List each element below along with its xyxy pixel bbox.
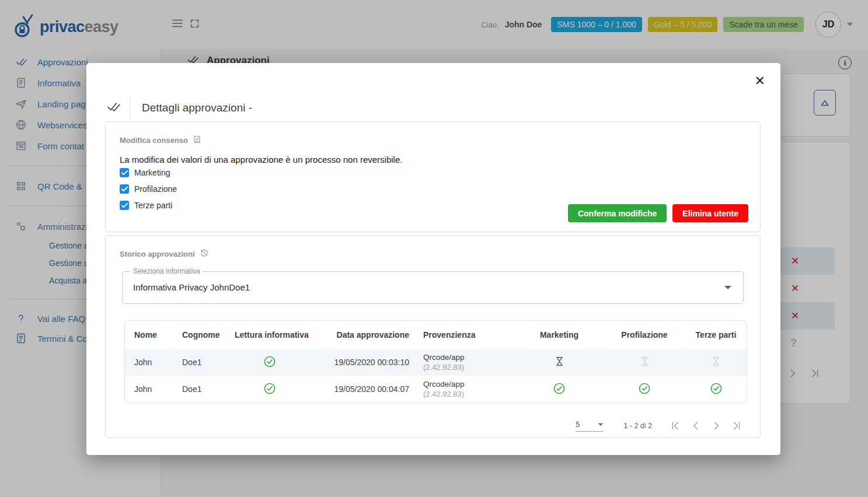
irreversible-warning: La modifica dei valori di una approvazio… xyxy=(120,155,746,164)
chevron-down-icon xyxy=(724,286,731,289)
col-data: Data approvazione xyxy=(311,330,414,340)
delete-user-button[interactable]: Elimina utente xyxy=(672,204,748,222)
section-heading: Storico approvazioni xyxy=(120,250,195,258)
col-profilazione: Profilazione xyxy=(604,330,685,340)
col-cognome: Cognome xyxy=(182,330,229,340)
cell-cognome: Doe1 xyxy=(182,358,229,367)
hourglass-pending-icon xyxy=(515,356,604,368)
col-lettura: Lettura informativa xyxy=(229,330,311,340)
check-circle-icon xyxy=(229,383,311,396)
next-page-icon[interactable] xyxy=(710,420,722,432)
header-divider xyxy=(130,96,130,120)
check-circle-icon xyxy=(685,383,747,396)
checkbox-label: Marketing xyxy=(134,168,170,177)
modal-header: Dettagli approvazioni - xyxy=(106,96,252,120)
approval-details-modal: ✕ Dettagli approvazioni - Modifica conse… xyxy=(86,63,780,455)
col-nome: Nome xyxy=(125,330,182,340)
previous-page-icon[interactable] xyxy=(690,420,702,432)
consent-edit-card: Modifica consenso La modifica dei valori… xyxy=(105,121,761,232)
cell-provenienza: Qrcode/app xyxy=(423,353,465,362)
select-value: Informativa Privacy JohnDoe1 xyxy=(133,272,250,303)
checked-checkbox-icon[interactable] xyxy=(120,184,129,194)
col-marketing: Marketing xyxy=(515,330,604,340)
cell-provenienza-ip: (2.42.92.83) xyxy=(423,363,464,372)
checkbox-row-profilazione[interactable]: Profilazione xyxy=(120,181,746,197)
cell-data: 19/05/2020 00:03:10 xyxy=(311,358,414,367)
col-terze-parti: Terze parti xyxy=(685,330,747,340)
approval-history-card: Storico approvazioni Seleziona informati… xyxy=(105,235,761,438)
last-page-icon[interactable] xyxy=(731,420,742,432)
cell-nome: John xyxy=(125,384,182,394)
hourglass-pending-icon xyxy=(685,356,747,368)
first-page-icon[interactable] xyxy=(670,420,681,432)
cell-data: 19/05/2020 00:04:07 xyxy=(311,384,414,394)
table-row: John Doe1 19/05/2020 00:03:10 Qrcode/app… xyxy=(125,349,747,376)
range-label: 1 - 2 di 2 xyxy=(623,422,652,430)
checkbox-label: Terze parti xyxy=(134,201,172,210)
cell-cognome: Doe1 xyxy=(182,384,229,394)
edit-consent-icon xyxy=(193,135,202,146)
modal-title: Dettagli approvazioni - xyxy=(142,102,252,114)
checkbox-label: Profilazione xyxy=(134,184,177,194)
check-circle-icon xyxy=(515,383,604,396)
double-check-icon xyxy=(106,100,120,116)
close-icon[interactable]: ✕ xyxy=(755,75,765,88)
table-pagination: 5 1 - 2 di 2 xyxy=(576,420,742,432)
check-circle-icon xyxy=(604,383,685,396)
app-screen: privaceasy Approvazioni Informativa xyxy=(0,0,868,497)
informativa-select[interactable]: Seleziona informativa Informativa Privac… xyxy=(122,271,744,304)
col-provenienza: Provenzienza xyxy=(414,330,515,340)
checkbox-row-marketing[interactable]: Marketing xyxy=(120,164,746,181)
table-header-row: Nome Cognome Lettura informativa Data ap… xyxy=(125,321,747,349)
checked-checkbox-icon[interactable] xyxy=(120,201,129,210)
cell-provenienza-ip: (2.42.92.83) xyxy=(423,390,464,398)
confirm-changes-button[interactable]: Conferma modifiche xyxy=(568,204,667,222)
page-size-select[interactable]: 5 xyxy=(576,420,604,432)
section-heading: Modifica consenso xyxy=(120,136,188,145)
cell-provenienza: Qrcode/app xyxy=(423,380,465,388)
cell-nome: John xyxy=(125,358,182,367)
check-circle-icon xyxy=(229,356,311,369)
history-icon xyxy=(200,249,209,260)
table-row: John Doe1 19/05/2020 00:04:07 Qrcode/app… xyxy=(125,376,747,402)
hourglass-pending-icon xyxy=(604,356,685,368)
approvals-table: Nome Cognome Lettura informativa Data ap… xyxy=(124,320,747,403)
page-size-value: 5 xyxy=(576,420,580,429)
chevron-down-icon xyxy=(598,423,604,426)
checked-checkbox-icon[interactable] xyxy=(120,168,129,177)
